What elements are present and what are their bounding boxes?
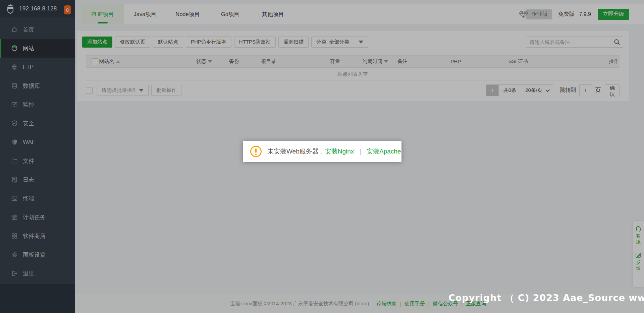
modal-message: 未安装Web服务器， 安装Nginx ｜ 安装Apache: [267, 147, 401, 156]
modal-message-text: 未安装Web服务器，: [267, 147, 325, 156]
bt-panel-page: 192.168.8.128 0 首页 网站 FTP 数据库 监: [0, 0, 644, 313]
warning-icon: [250, 146, 262, 157]
separator: ｜: [357, 147, 363, 155]
install-nginx-link[interactable]: 安装Nginx: [325, 147, 354, 156]
webserver-warning-modal: 未安装Web服务器， 安装Nginx ｜ 安装Apache: [243, 141, 401, 162]
watermark-text: Copyright （ C) 2023 Aae_Source www.aae.i…: [448, 292, 644, 304]
install-apache-link[interactable]: 安装Apache: [367, 147, 401, 156]
